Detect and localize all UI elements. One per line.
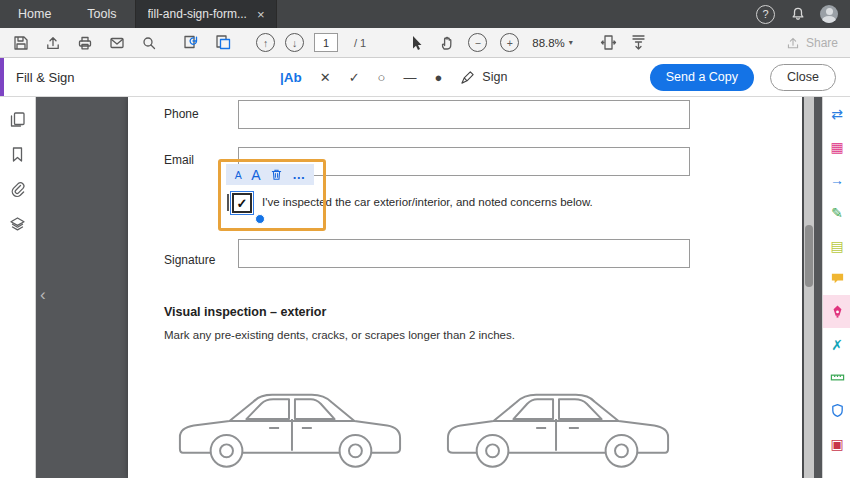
font-increase-button[interactable]: A (251, 167, 260, 183)
zoom-out-icon[interactable]: − (468, 33, 487, 52)
phone-field[interactable] (238, 100, 690, 129)
font-decrease-button[interactable]: A (235, 169, 242, 181)
export-pdf-icon: → (830, 173, 844, 187)
notifications-bell-icon[interactable] (789, 6, 806, 23)
share-button[interactable]: Share (786, 36, 838, 50)
tab-home-label: Home (18, 7, 51, 21)
pdf-page: Phone Email A A … ✓ I've inspected the c… (128, 97, 802, 478)
email-icon[interactable] (108, 34, 125, 51)
tool-export-pdf[interactable]: → (823, 163, 850, 196)
tabbar-right-icons: ? (756, 0, 850, 28)
previous-page-icon[interactable]: ↑ (256, 33, 275, 52)
zoom-level-dropdown[interactable]: 88.8% ▾ (532, 37, 573, 49)
sign-tool[interactable]: Sign (460, 70, 507, 85)
car-diagram-left (170, 383, 408, 475)
avatar[interactable] (820, 5, 838, 23)
fill-sign-toolbar: Fill & Sign |Ab ✕ ✓ ○ — ● Sign Send a Co… (0, 58, 850, 97)
email-label: Email (164, 153, 194, 167)
tool-fill-and-sign[interactable] (823, 295, 850, 328)
page-number-input[interactable]: 1 (314, 33, 338, 52)
tool-measure[interactable] (823, 361, 850, 394)
file-tools-group (12, 34, 157, 51)
cross-tool[interactable]: ✕ (320, 70, 331, 85)
save-icon[interactable] (12, 34, 29, 51)
visual-inspection-heading: Visual inspection – exterior (164, 305, 326, 319)
signature-field[interactable] (238, 239, 690, 268)
signature-label: Signature (164, 253, 215, 267)
quick-toolbar: ↑ ↓ 1 / 1 − + 88.8% ▾ (0, 28, 850, 58)
send-a-copy-button[interactable]: Send a Copy (650, 64, 754, 91)
page-nav-group: ↑ ↓ 1 / 1 (256, 33, 366, 52)
measure-ruler-icon (830, 370, 845, 385)
close-button[interactable]: Close (770, 64, 836, 91)
chevron-down-icon: ▾ (569, 38, 573, 47)
fit-width-icon[interactable] (600, 34, 617, 51)
print-icon[interactable] (76, 34, 93, 51)
top-tab-bar: Home Tools fill-and-sign-form... × ? (0, 0, 850, 28)
document-tab[interactable]: fill-and-sign-form... × (135, 0, 278, 28)
pen-nib-icon (460, 70, 475, 85)
tool-comment[interactable] (823, 262, 850, 295)
scrollbar-thumb[interactable] (805, 225, 813, 287)
bookmarks-icon[interactable] (9, 146, 26, 163)
vertical-scrollbar[interactable] (804, 97, 814, 478)
zoom-in-icon[interactable]: + (500, 33, 519, 52)
organize-pages-icon[interactable] (183, 34, 200, 51)
acrobat-window: Home Tools fill-and-sign-form... × ? (0, 0, 850, 478)
fill-sign-title: Fill & Sign (16, 58, 75, 96)
tool-protect[interactable] (823, 394, 850, 427)
esign-icon: ✗ (831, 338, 843, 352)
hand-tool-icon[interactable] (438, 34, 455, 51)
document-tab-label: fill-and-sign-form... (148, 7, 247, 21)
tool-organize-pages[interactable]: ▤ (823, 229, 850, 262)
tool-request-esign[interactable]: ✗ (823, 328, 850, 361)
line-tool[interactable]: — (403, 70, 416, 85)
checkmark-tool[interactable]: ✓ (349, 70, 360, 85)
phone-label: Phone (164, 107, 199, 121)
collapse-panel-chevron-icon[interactable]: ‹ (40, 285, 46, 305)
tab-tools[interactable]: Tools (69, 0, 134, 28)
view-tools-group: − + 88.8% ▾ (408, 33, 647, 52)
upload-share-icon[interactable] (44, 34, 61, 51)
help-icon[interactable]: ? (756, 5, 775, 24)
annotation-mini-toolbar: A A … (226, 164, 314, 185)
zoom-level-value: 88.8% (532, 37, 565, 49)
fill-sign-pen-icon (830, 304, 845, 319)
tool-create-pdf[interactable]: ⇄ (823, 97, 850, 130)
search-icon[interactable] (140, 34, 157, 51)
sign-label: Sign (482, 70, 507, 84)
circle-tool[interactable]: ○ (378, 70, 386, 85)
page-tools-group (183, 34, 232, 51)
attachments-paperclip-icon[interactable] (9, 181, 26, 198)
tool-more[interactable]: ▣ (823, 427, 850, 460)
convert-icon: ⇄ (831, 107, 843, 121)
tool-edit-pdf[interactable]: ✎ (823, 196, 850, 229)
shield-icon (830, 403, 845, 418)
more-tools-icon: ▣ (830, 437, 843, 451)
comment-bubble-icon (830, 271, 845, 286)
layers-icon[interactable] (9, 216, 26, 233)
tool-combine-files[interactable]: ▦ (823, 130, 850, 163)
resize-handle-dot[interactable] (255, 214, 265, 224)
annotation-tools: |Ab ✕ ✓ ○ — ● Sign (280, 58, 507, 96)
edit-pdf-icon: ✎ (831, 206, 843, 220)
page-view-icon[interactable] (630, 34, 647, 51)
share-label: Share (806, 36, 838, 50)
page-thumbnails-icon[interactable] (9, 111, 26, 128)
visual-inspection-instructions: Mark any pre-existing dents, cracks, or … (164, 329, 515, 341)
inspection-checkbox[interactable]: ✓ (232, 193, 252, 213)
purple-accent-bar (0, 58, 4, 96)
more-options-icon[interactable]: … (292, 171, 305, 179)
close-tab-icon[interactable]: × (257, 7, 265, 22)
delete-trash-icon[interactable] (270, 168, 283, 181)
organize-pages-tool-icon: ▤ (830, 239, 843, 253)
left-navigation-rail (0, 97, 36, 478)
car-diagram-right (440, 383, 678, 475)
copy-pages-icon[interactable] (215, 34, 232, 51)
next-page-icon[interactable]: ↓ (285, 33, 304, 52)
dot-tool[interactable]: ● (434, 70, 442, 85)
add-text-tool[interactable]: |Ab (280, 70, 302, 85)
text-cursor-bar (227, 194, 229, 211)
tab-home[interactable]: Home (0, 0, 69, 28)
select-tool-icon[interactable] (408, 34, 425, 51)
